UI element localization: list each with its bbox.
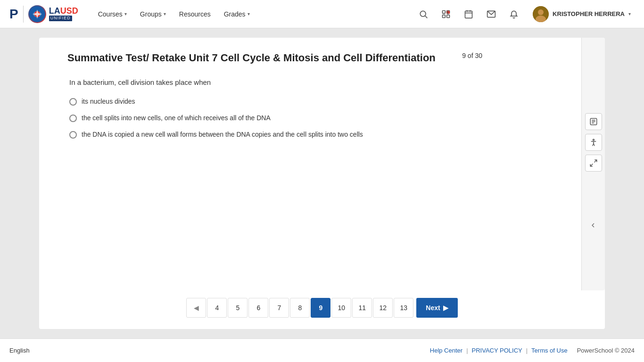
option-b[interactable]: the cell splits into new cells, one of w… [69,114,586,122]
courses-chevron-icon: ▾ [124,11,127,16]
radio-c[interactable] [69,131,77,139]
option-a-text: its nucleus divides [82,98,135,105]
logo-text: LAUSD UNIFIED [49,7,78,22]
mail-icon [487,9,496,19]
user-menu[interactable]: KRISTOPHER HERRERA ▾ [529,4,635,24]
bell-icon [509,9,519,19]
svg-text:!: ! [447,11,448,14]
notifications-button[interactable] [506,7,521,22]
accessibility-icon [589,138,598,147]
svg-rect-6 [443,15,446,17]
calendar-button[interactable] [461,7,476,22]
footer: English Help Center | PRIVACY POLICY | T… [0,338,644,362]
next-arrow-icon: ▶ [443,304,448,312]
options-list: its nucleus divides the cell splits into… [67,98,586,139]
calendar-icon [464,9,473,19]
collapse-panel-button[interactable] [581,217,605,234]
nav-links: Courses ▾ Groups ▾ Resources Grades ▾ [92,7,256,22]
option-c-text: the DNA is copied a new cell wall forms … [82,131,363,138]
chevron-left-icon [589,222,597,229]
help-center-link[interactable]: Help Center [430,347,462,354]
footer-sep-2: | [526,347,528,354]
page-12-button[interactable]: 12 [373,298,393,318]
terms-of-use-link[interactable]: Terms of Use [531,347,568,354]
svg-point-16 [538,9,544,15]
nav-resources[interactable]: Resources [173,7,216,22]
svg-rect-10 [465,11,472,18]
accessibility-button[interactable] [585,134,602,151]
logo-unified: UNIFIED [49,16,72,21]
option-a[interactable]: its nucleus divides [69,98,586,106]
question-text: In a bacterium, cell division takes plac… [67,78,586,86]
grades-chevron-icon: ▾ [248,11,250,16]
fullscreen-button[interactable] [585,155,602,172]
page-11-button[interactable]: 11 [352,298,372,318]
content-card: Summative Test/ Retake Unit 7 Cell Cycle… [39,38,605,329]
nav-courses[interactable]: Courses ▾ [92,7,132,22]
search-icon [419,9,428,19]
page-8-button[interactable]: 8 [290,298,310,318]
notes-icon [589,117,598,126]
footer-sep-1: | [466,347,468,354]
page-10-button[interactable]: 10 [331,298,351,318]
groups-chevron-icon: ▾ [164,11,166,16]
page-9-button[interactable]: 9 [311,298,330,318]
logo-circle [28,5,46,23]
next-label: Next [426,304,440,312]
page-13-button[interactable]: 13 [394,298,413,318]
svg-line-23 [594,160,596,162]
radio-a[interactable] [69,98,77,106]
page-6-button[interactable]: 6 [248,298,268,318]
logo-divider [23,6,24,23]
option-c[interactable]: the DNA is copied a new cell wall forms … [69,131,586,139]
logo-lausd: LAUSD [49,7,78,16]
nav-grades[interactable]: Grades ▾ [218,7,256,22]
messages-button[interactable] [484,7,499,22]
page-7-button[interactable]: 7 [269,298,289,318]
page-4-button[interactable]: 4 [207,298,227,318]
option-b-text: the cell splits into new cells, one of w… [82,114,271,122]
footer-links: Help Center | PRIVACY POLICY | Terms of … [430,347,568,354]
apps-button[interactable]: ! [438,7,454,22]
nav-icons: ! [416,4,635,24]
svg-point-2 [420,11,426,16]
next-button[interactable]: Next ▶ [416,298,457,318]
svg-point-22 [593,139,594,140]
search-button[interactable] [416,7,431,22]
copyright: PowerSchool © 2024 [577,347,635,354]
fullscreen-icon [589,159,598,167]
test-title: Summative Test/ Retake Unit 7 Cell Cycle… [67,52,586,64]
logo[interactable]: P LAUSD UNIFIED [9,5,78,23]
language-selector[interactable]: English [9,347,30,354]
radio-b[interactable] [69,115,77,122]
apps-icon: ! [441,9,451,19]
privacy-policy-link[interactable]: PRIVACY POLICY [472,347,522,354]
avatar [533,6,549,22]
user-chevron-icon: ▾ [628,11,631,16]
nav-groups[interactable]: Groups ▾ [134,7,172,22]
pagination-bar: ◀ 4 5 6 7 8 9 10 11 12 13 Next ▶ [39,290,605,329]
main-wrapper: Summative Test/ Retake Unit 7 Cell Cycle… [0,28,644,338]
svg-line-3 [425,16,428,18]
svg-rect-4 [443,10,446,13]
content-inner: Summative Test/ Retake Unit 7 Cell Cycle… [39,38,605,290]
user-name: KRISTOPHER HERRERA [553,10,625,17]
page-5-button[interactable]: 5 [228,298,248,318]
side-toolbar [581,38,605,290]
question-counter: 9 of 30 [462,52,482,59]
navbar: P LAUSD UNIFIED Courses ▾ Groups ▾ [0,0,644,28]
prev-page-button[interactable]: ◀ [186,298,206,318]
logo-p-letter: P [9,8,18,21]
svg-line-24 [590,164,593,166]
svg-rect-7 [447,15,450,17]
notes-button[interactable] [585,113,602,130]
